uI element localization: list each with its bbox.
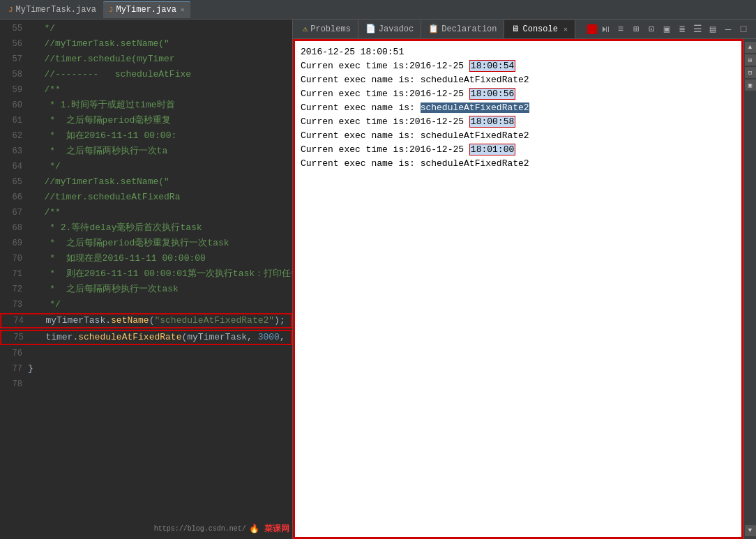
time-highlight3: 18:00:58	[469, 116, 515, 128]
toolbar-btn-minimize[interactable]: —	[721, 22, 735, 36]
tab-label: MyTimerTask.java	[16, 5, 96, 15]
tab-declaration[interactable]: 📋 Declaration	[421, 20, 504, 38]
editor-tab-bar: J MyTimerTask.java J MyTimer.java ✕	[0, 0, 756, 20]
line-number: 63	[0, 144, 28, 159]
code-line-71: 71 * 则在2016-11-11 00:00:01第一次执行task：打印任务…	[0, 266, 292, 282]
toolbar-btn-2[interactable]: ≡	[614, 22, 628, 36]
code-line-72: 72 * 之后每隔两秒执行一次task	[0, 282, 292, 297]
console-text: Curren exec time is:2016-12-25	[301, 116, 469, 127]
tab-problems-label: Problems	[310, 24, 351, 34]
code-line-78: 78	[0, 377, 292, 392]
tab-close-icon[interactable]: ✕	[181, 6, 185, 14]
code-editor: 55 */ 56 //myTimerTask.setName(" 57 //ti…	[0, 20, 293, 539]
scroll-down-btn[interactable]: ▼	[745, 525, 756, 536]
time-highlight2: 18:00:56	[469, 88, 515, 100]
tab-declaration-icon: 📋	[428, 24, 439, 34]
line-content: /**	[28, 82, 292, 98]
scroll-up-btn[interactable]: ▲	[745, 42, 756, 53]
stop-button[interactable]	[587, 24, 597, 34]
code-line-76: 76	[0, 346, 292, 361]
tab-console-label: Console	[522, 24, 557, 34]
toolbar-btn-5[interactable]: ▣	[660, 22, 674, 36]
side-btn-2[interactable]: ⊡	[745, 67, 756, 78]
side-btn-3[interactable]: ▣	[745, 79, 756, 91]
right-panel: ⚠ Problems 📄 Javadoc 📋 Declaration 🖥 Con…	[293, 20, 756, 539]
line-number: 73	[0, 297, 28, 312]
line-number: 77	[0, 361, 28, 377]
line-content: * 2.等待delay毫秒后首次执行task	[28, 220, 292, 236]
code-line-63: 63 * 之后每隔两秒执行一次ta	[0, 144, 292, 159]
line-number: 62	[0, 128, 28, 144]
console-text: Current exec name is:	[301, 103, 421, 113]
watermark-text: https://blog.csdn.net/	[154, 525, 246, 533]
line-content: //-------- scheduleAtFixe	[28, 67, 292, 82]
line-content: */	[28, 159, 292, 174]
line-number: 71	[0, 266, 28, 282]
code-line-69: 69 * 之后每隔period毫秒重复执行一次task	[0, 236, 292, 251]
java-file-icon: J	[8, 6, 13, 14]
console-toolbar: ⏯ ≡ ⊞ ⊡ ▣ ≣ ☰ ▤ — □	[587, 22, 753, 36]
console-line-1: 2016-12-25 18:00:51	[301, 45, 736, 59]
toolbar-btn-4[interactable]: ⊡	[644, 22, 658, 36]
tab-mytimertask[interactable]: J MyTimerTask.java	[3, 1, 102, 18]
line-number: 74	[1, 313, 29, 328]
line-content: * 则在2016-11-11 00:00:01第一次执行task：打印任务的名字	[28, 266, 292, 282]
code-line-56: 56 //myTimerTask.setName("	[0, 36, 292, 52]
toolbar-btn-1[interactable]: ⏯	[598, 22, 612, 36]
line-number: 56	[0, 36, 28, 52]
console-line-7: Current exec name is: scheduleAtFixedRat…	[301, 129, 736, 143]
line-number: 72	[0, 282, 28, 297]
code-line-74-highlighted: 74 myTimerTask.setName("scheduleAtFixedR…	[0, 313, 292, 328]
line-number: 61	[0, 113, 28, 128]
toolbar-btn-3[interactable]: ⊞	[629, 22, 643, 36]
line-content: //myTimerTask.setName("	[28, 36, 292, 52]
tab-problems[interactable]: ⚠ Problems	[296, 20, 358, 38]
console-line-5: Current exec name is: scheduleAtFixedRat…	[301, 101, 736, 115]
line-content: timer.scheduleAtFixedRate(myTimerTask, 3…	[29, 330, 291, 345]
line-number: 58	[0, 67, 28, 82]
tab-javadoc[interactable]: 📄 Javadoc	[358, 20, 421, 38]
code-line-60: 60 * 1.时间等于或超过time时首	[0, 98, 292, 113]
line-content: * 如现在是2016-11-11 00:00:00	[28, 251, 292, 266]
tab-javadoc-label: Javadoc	[379, 24, 414, 34]
console-line-4: Curren exec time is:2016-12-25 18:00:56	[301, 87, 736, 101]
line-number: 65	[0, 174, 28, 190]
console-line-3: Current exec name is: scheduleAtFixedRat…	[301, 73, 736, 87]
line-content: * 1.时间等于或超过time时首	[28, 98, 292, 113]
tab-problems-icon: ⚠	[303, 24, 308, 34]
toolbar-btn-6[interactable]: ≣	[675, 22, 689, 36]
console-text: Curren exec time is:2016-12-25	[301, 144, 469, 155]
console-output[interactable]: 2016-12-25 18:00:51 Curren exec time is:…	[293, 39, 743, 539]
toolbar-btn-maximize[interactable]: □	[736, 22, 750, 36]
line-number: 64	[0, 159, 28, 174]
line-content: }	[28, 361, 292, 377]
side-btn-1[interactable]: ⊞	[745, 54, 756, 66]
console-line-8: Curren exec time is:2016-12-25 18:01:00	[301, 143, 736, 157]
line-number: 57	[0, 52, 28, 67]
toolbar-btn-7[interactable]: ☰	[690, 22, 704, 36]
line-content: */	[28, 21, 292, 36]
line-number: 70	[0, 251, 28, 266]
code-line-62: 62 * 如在2016-11-11 00:00:	[0, 128, 292, 144]
watermark: https://blog.csdn.net/ 🔥 菜课网	[154, 523, 289, 535]
line-number: 59	[0, 82, 28, 98]
line-number: 66	[0, 190, 28, 205]
code-line-58: 58 //-------- scheduleAtFixe	[0, 67, 292, 82]
java-file-icon2: J	[109, 6, 114, 14]
code-lines-container: 55 */ 56 //myTimerTask.setName(" 57 //ti…	[0, 20, 292, 392]
line-number: 69	[0, 236, 28, 251]
console-line-9: Current exec name is: scheduleAtFixedRat…	[301, 157, 736, 171]
tab-javadoc-icon: 📄	[365, 24, 376, 34]
code-line-67: 67 /**	[0, 205, 292, 220]
right-tab-bar: ⚠ Problems 📄 Javadoc 📋 Declaration 🖥 Con…	[293, 20, 756, 39]
code-line-65: 65 //myTimerTask.setName("	[0, 174, 292, 190]
toolbar-btn-8[interactable]: ▤	[706, 22, 720, 36]
tab-mytimer[interactable]: J MyTimer.java ✕	[103, 1, 190, 18]
tab-console[interactable]: 🖥 Console ✕	[504, 20, 575, 38]
line-number: 67	[0, 205, 28, 220]
tab-console-icon: 🖥	[511, 24, 520, 34]
tab-console-close[interactable]: ✕	[564, 25, 568, 33]
console-text: Curren exec time is:2016-12-25	[301, 89, 469, 99]
line-number: 78	[0, 377, 28, 392]
name-selected: scheduleAtFixedRate2	[421, 103, 529, 113]
